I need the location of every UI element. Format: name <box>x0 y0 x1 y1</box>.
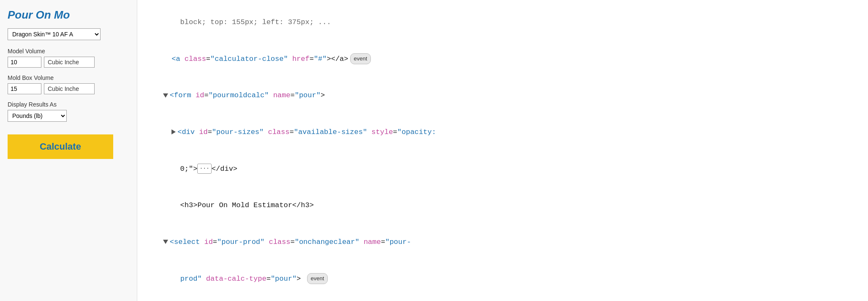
product-select[interactable]: Dragon Skin™ 10 AF A <box>8 28 101 40</box>
display-select-container: Pounds (lb) <box>8 110 129 122</box>
triangle-down-icon-2 <box>163 240 168 244</box>
code-line-1: block; top: 155px; left: 375px; ... <box>146 4 860 41</box>
panel-title: Pour On Mo <box>8 8 129 22</box>
code-line-4: <div id="pour-sizes" class="available-si… <box>146 114 860 151</box>
triangle-right-icon-1 <box>171 129 176 134</box>
product-select-container: Dragon Skin™ 10 AF A <box>8 28 129 40</box>
code-panel: block; top: 155px; left: 375px; ... <a c… <box>137 0 868 301</box>
mold-box-input[interactable] <box>8 83 41 94</box>
model-volume-group: Model Volume Cubic Inche <box>8 48 129 68</box>
display-results-label: Display Results As <box>8 101 129 108</box>
event-badge-2: event <box>307 273 328 284</box>
calculate-button[interactable]: Calculate <box>8 134 113 159</box>
code-line-9: <option value="0">---Select Product Belo… <box>146 297 860 301</box>
code-line-7: <select id="pour-prod" class="onchangecl… <box>146 224 860 261</box>
event-badge-1: event <box>350 53 371 64</box>
triangle-down-icon-1 <box>163 93 168 98</box>
model-volume-label: Model Volume <box>8 48 129 55</box>
model-volume-input[interactable] <box>8 57 41 68</box>
left-panel: Pour On Mo Dragon Skin™ 10 AF A Model Vo… <box>0 0 137 301</box>
mold-box-volume-group: Mold Box Volume Cubic Inche <box>8 74 129 94</box>
code-line-8: prod" data-calc-type="pour"> event <box>146 261 860 298</box>
ellipsis-icon: ··· <box>197 164 211 174</box>
model-volume-unit: Cubic Inche <box>44 57 95 68</box>
mold-box-row: Cubic Inche <box>8 83 129 94</box>
code-line-2: <a class="calculator-close" href="#"></a… <box>146 41 860 78</box>
mold-box-label: Mold Box Volume <box>8 74 129 81</box>
mold-box-unit: Cubic Inche <box>44 83 95 94</box>
display-results-group: Display Results As Pounds (lb) <box>8 101 129 122</box>
display-select[interactable]: Pounds (lb) <box>8 110 67 122</box>
code-line-6: <h3>Pour On Mold Estimator</h3> <box>146 187 860 224</box>
model-volume-row: Cubic Inche <box>8 57 129 68</box>
code-line-3: <form id="pourmoldcalc" name="pour"> <box>146 77 860 114</box>
code-line-5: 0;">···</div> <box>146 151 860 188</box>
